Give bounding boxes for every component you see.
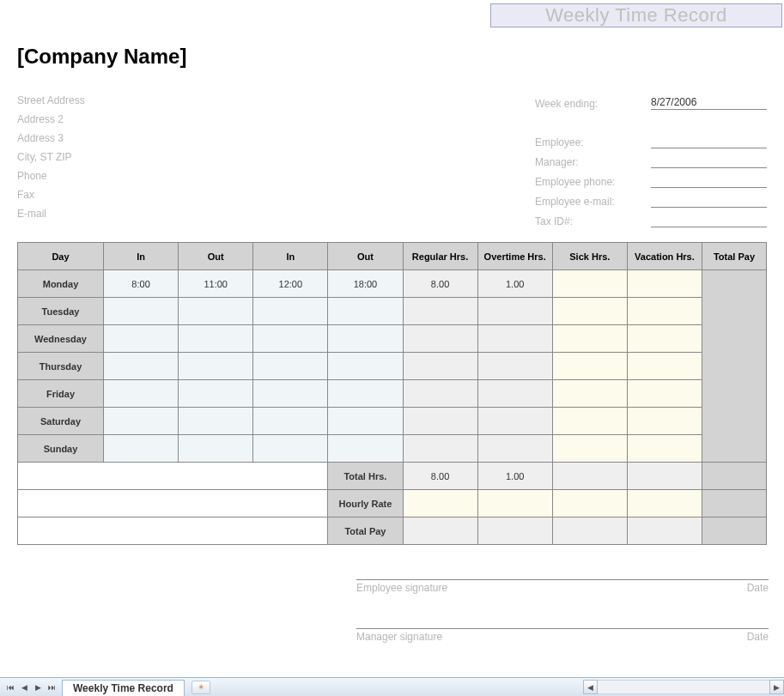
day-label: Tuesday bbox=[18, 298, 104, 325]
time-cell-out1[interactable] bbox=[179, 353, 253, 380]
hours-cell-vac[interactable] bbox=[627, 325, 702, 353]
totalpay-overtime bbox=[477, 517, 552, 545]
fax[interactable]: Fax bbox=[17, 185, 85, 204]
total-hrs-label: Total Hrs. bbox=[328, 463, 403, 490]
total-vacation bbox=[627, 463, 702, 490]
hours-cell-vac[interactable] bbox=[627, 353, 702, 380]
hours-cell-sick[interactable] bbox=[552, 353, 627, 380]
calc-cell-ot bbox=[477, 298, 552, 325]
time-cell-out2[interactable] bbox=[328, 353, 403, 380]
time-cell-out2[interactable] bbox=[328, 408, 403, 435]
scroll-left-icon[interactable]: ◀ bbox=[583, 680, 598, 694]
hours-cell-vac[interactable] bbox=[627, 380, 702, 408]
manager-signature-date-label: Date bbox=[747, 631, 769, 643]
time-cell-out1[interactable] bbox=[179, 325, 253, 353]
time-cell-in1[interactable] bbox=[104, 298, 179, 325]
time-cell-in1[interactable] bbox=[104, 325, 179, 353]
header-in2: In bbox=[253, 243, 328, 270]
time-cell-out1[interactable]: 11:00 bbox=[179, 270, 253, 298]
time-cell-in2[interactable]: 12:00 bbox=[253, 270, 328, 298]
time-cell-out2[interactable] bbox=[328, 325, 403, 353]
address-3[interactable]: Address 3 bbox=[17, 129, 85, 148]
street-address[interactable]: Street Address bbox=[17, 91, 85, 110]
week-ending-value[interactable]: 8/27/2006 bbox=[651, 96, 767, 110]
totalpay-sick bbox=[552, 517, 627, 545]
hours-cell-vac[interactable] bbox=[627, 435, 702, 463]
hours-cell-sick[interactable] bbox=[552, 408, 627, 435]
hours-cell-sick[interactable] bbox=[552, 325, 627, 353]
totalpay-regular bbox=[403, 517, 477, 545]
hours-cell-sick[interactable] bbox=[552, 435, 627, 463]
company-name[interactable]: [Company Name] bbox=[17, 45, 767, 69]
city-st-zip[interactable]: City, ST ZIP bbox=[17, 148, 85, 166]
hours-cell-sick[interactable] bbox=[552, 380, 627, 408]
time-cell-in2[interactable] bbox=[253, 408, 328, 435]
time-cell-out2[interactable]: 18:00 bbox=[328, 270, 403, 298]
day-label: Thursday bbox=[18, 353, 104, 380]
table-row: Saturday bbox=[18, 408, 767, 435]
total-overtime: 1.00 bbox=[477, 463, 552, 490]
horizontal-scrollbar[interactable] bbox=[598, 680, 769, 694]
time-cell-out1[interactable] bbox=[179, 298, 253, 325]
new-sheet-icon[interactable]: ✶ bbox=[191, 681, 210, 694]
sheet-tab-weekly-time-record[interactable]: Weekly Time Record bbox=[62, 680, 185, 696]
rate-overtime[interactable] bbox=[477, 490, 552, 517]
manager-value[interactable] bbox=[651, 166, 767, 168]
time-cell-in2[interactable] bbox=[253, 298, 328, 325]
day-label: Sunday bbox=[18, 435, 104, 463]
hours-cell-vac[interactable] bbox=[627, 270, 702, 298]
time-cell-out2[interactable] bbox=[328, 298, 403, 325]
table-row: Thursday bbox=[18, 353, 767, 380]
calc-cell-reg bbox=[403, 298, 477, 325]
time-cell-out1[interactable] bbox=[179, 435, 253, 463]
time-cell-in1[interactable]: 8:00 bbox=[104, 270, 179, 298]
address-block[interactable]: Street Address Address 2 Address 3 City,… bbox=[17, 91, 85, 223]
hours-cell-sick[interactable] bbox=[552, 298, 627, 325]
tab-nav-first-icon[interactable]: ⏮ bbox=[3, 681, 17, 694]
scroll-right-icon[interactable]: ▶ bbox=[769, 680, 784, 694]
employee-signature-label: Employee signature bbox=[356, 582, 447, 594]
header-overtime: Overtime Hrs. bbox=[477, 243, 552, 270]
timecard-table[interactable]: Day In Out In Out Regular Hrs. Overtime … bbox=[17, 242, 767, 545]
time-cell-in1[interactable] bbox=[104, 380, 179, 408]
employee-value[interactable] bbox=[651, 147, 767, 148]
address-2[interactable]: Address 2 bbox=[17, 110, 85, 129]
manager-label: Manager: bbox=[535, 156, 651, 168]
calc-cell-ot bbox=[477, 408, 552, 435]
time-cell-in2[interactable] bbox=[253, 380, 328, 408]
rate-sick[interactable] bbox=[552, 490, 627, 517]
time-cell-in1[interactable] bbox=[104, 353, 179, 380]
rate-vacation[interactable] bbox=[627, 490, 702, 517]
total-pay-row-label: Total Pay bbox=[328, 517, 403, 545]
time-cell-in2[interactable] bbox=[253, 435, 328, 463]
employee-phone-value[interactable] bbox=[651, 186, 767, 188]
calc-cell-ot bbox=[477, 325, 552, 353]
time-cell-in2[interactable] bbox=[253, 325, 328, 353]
email[interactable]: E-mail bbox=[17, 204, 85, 223]
day-label: Friday bbox=[18, 380, 104, 408]
hours-cell-vac[interactable] bbox=[627, 298, 702, 325]
time-cell-in1[interactable] bbox=[104, 435, 179, 463]
hours-cell-sick[interactable] bbox=[552, 270, 627, 298]
time-cell-in1[interactable] bbox=[104, 408, 179, 435]
hours-cell-vac[interactable] bbox=[627, 408, 702, 435]
table-row: Monday8:0011:0012:0018:008.001.00 bbox=[18, 270, 767, 298]
employee-email-value[interactable] bbox=[651, 206, 767, 208]
tab-nav-next-icon[interactable]: ▶ bbox=[31, 681, 45, 694]
tax-id-value[interactable] bbox=[651, 226, 767, 227]
employee-email-label: Employee e-mail: bbox=[535, 196, 651, 208]
tab-nav-last-icon[interactable]: ⏭ bbox=[45, 681, 58, 694]
totalpay-spacer bbox=[702, 463, 767, 490]
header-day: Day bbox=[18, 243, 104, 270]
time-cell-out1[interactable] bbox=[179, 408, 253, 435]
day-label: Monday bbox=[18, 270, 104, 298]
rate-regular[interactable] bbox=[403, 490, 477, 517]
day-label: Saturday bbox=[18, 408, 104, 435]
table-row: Friday bbox=[18, 380, 767, 408]
time-cell-out2[interactable] bbox=[328, 435, 403, 463]
time-cell-out2[interactable] bbox=[328, 380, 403, 408]
phone[interactable]: Phone bbox=[17, 166, 85, 185]
time-cell-out1[interactable] bbox=[179, 380, 253, 408]
tab-nav-prev-icon[interactable]: ◀ bbox=[17, 681, 31, 694]
time-cell-in2[interactable] bbox=[253, 353, 328, 380]
